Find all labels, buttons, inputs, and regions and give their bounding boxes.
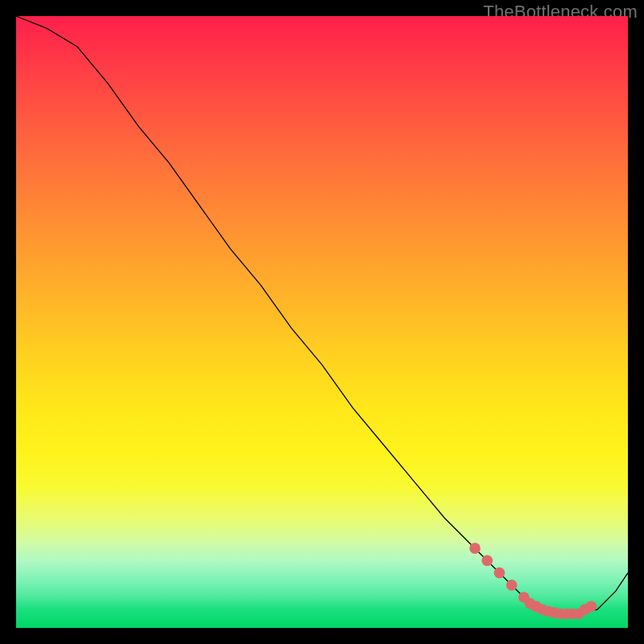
chart-frame: TheBottleneck.com — [0, 0, 644, 644]
highlight-point — [494, 568, 506, 579]
highlight-point — [586, 601, 597, 613]
bottleneck-curve — [16, 16, 628, 614]
highlight-point — [506, 580, 518, 591]
curve-svg — [16, 16, 628, 628]
gradient-plot-area — [16, 16, 628, 628]
highlight-point — [469, 543, 481, 554]
highlight-point — [481, 555, 493, 567]
highlight-points-group — [469, 543, 597, 619]
